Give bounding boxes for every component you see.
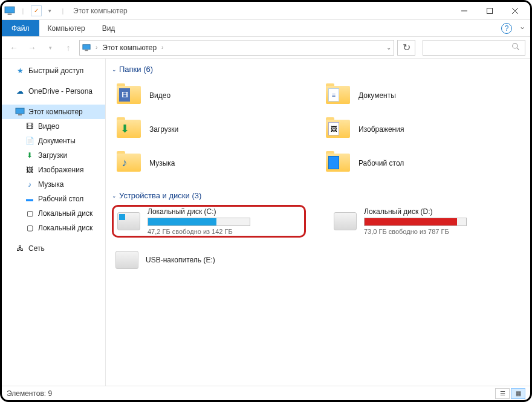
group-header-drives[interactable]: ⌄ Устройства и диски (3): [112, 189, 524, 205]
drive-info: Локальный диск (D:)73,0 ГБ свободно из 7…: [364, 207, 521, 235]
search-input[interactable]: [423, 40, 525, 56]
drive-item[interactable]: USB-накопитель (E:): [112, 244, 306, 276]
drive-icon: [334, 212, 357, 230]
drive-item[interactable]: Локальный диск (C:)47,2 ГБ свободно из 1…: [112, 205, 306, 238]
refresh-button[interactable]: ↻: [397, 40, 415, 56]
cloud-icon: ☁: [15, 86, 25, 96]
chevron-down-icon: ⌄: [112, 66, 117, 73]
app-icon: [4, 5, 15, 16]
folder-label: Загрузки: [149, 125, 178, 134]
sidebar-item-local-disk-c[interactable]: ▢Локальный диск: [2, 206, 105, 221]
status-bar: Элементов: 9 ☰ ▦: [2, 386, 530, 400]
folder-downloads[interactable]: ⬇ Загрузки: [112, 112, 315, 146]
star-icon: ★: [15, 66, 25, 76]
group-header-folders[interactable]: ⌄ Папки (6): [112, 62, 524, 79]
file-tab[interactable]: Файл: [2, 20, 39, 36]
drive-name: Локальный диск (C:): [148, 207, 300, 216]
drive-icon: ▢: [25, 209, 34, 218]
sidebar-label: Локальный диск: [38, 209, 92, 218]
svg-rect-1: [8, 13, 12, 15]
group-title: Устройства и диски (3): [119, 191, 201, 200]
folder-desktop[interactable]: Рабочий стол: [321, 146, 524, 180]
drive-name: Локальный диск (D:): [364, 207, 521, 216]
sidebar-label: Локальный диск: [38, 224, 92, 232]
sidebar-item-pictures[interactable]: 🖼Изображения: [2, 163, 105, 177]
music-icon: ♪: [25, 180, 34, 189]
folder-videos[interactable]: 🎞 Видео: [112, 79, 315, 112]
quick-access-toolbar: | ✓ ▾ |: [4, 5, 68, 16]
sidebar-item-music[interactable]: ♪Музыка: [2, 177, 105, 192]
maximize-button[interactable]: [477, 2, 502, 19]
content-pane: ⌄ Папки (6) 🎞 Видео ≡ Документы ⬇ Загруз…: [106, 59, 530, 386]
ribbon-tab-computer[interactable]: Компьютер: [39, 20, 94, 36]
picture-icon: 🖼: [25, 165, 34, 175]
address-dropdown-icon[interactable]: ⌄: [386, 44, 391, 51]
folder-icon: [325, 151, 352, 175]
ribbon: Файл Компьютер Вид ⌄ ?: [2, 20, 530, 37]
monitor-icon: [15, 107, 25, 117]
folder-icon: ≡: [325, 83, 352, 108]
sidebar-label: Загрузки: [38, 151, 67, 160]
capacity-bar: [148, 218, 250, 226]
sidebar-item-onedrive[interactable]: ☁ OneDrive - Persona: [2, 84, 105, 99]
folder-music[interactable]: ♪ Музыка: [112, 146, 315, 180]
sidebar-item-this-pc[interactable]: Этот компьютер: [2, 105, 105, 119]
navigation-bar: ← → ▾ ↑ › Этот компьютер › ⌄ ↻: [2, 37, 530, 59]
desktop-icon: ▬: [25, 194, 34, 204]
folder-documents[interactable]: ≡ Документы: [321, 79, 524, 112]
svg-rect-7: [85, 50, 88, 51]
search-icon: [512, 42, 520, 53]
minimize-button[interactable]: [452, 2, 477, 19]
folder-label: Видео: [149, 91, 170, 100]
drive-item[interactable]: Локальный диск (D:)73,0 ГБ свободно из 7…: [330, 205, 524, 238]
view-details-button[interactable]: ☰: [495, 388, 510, 399]
folder-pictures[interactable]: 🖼 Изображения: [321, 112, 524, 146]
view-toggle: ☰ ▦: [495, 388, 525, 399]
sidebar-item-desktop[interactable]: ▬Рабочий стол: [2, 192, 105, 206]
nav-back-button[interactable]: ←: [7, 41, 21, 55]
qat-separator-icon: |: [18, 5, 28, 16]
sidebar-item-downloads[interactable]: ⬇Загрузки: [2, 148, 105, 163]
document-icon: 📄: [25, 136, 34, 146]
nav-up-button[interactable]: ↑: [61, 41, 76, 55]
nav-history-dropdown[interactable]: ▾: [43, 41, 57, 55]
sidebar-label: Документы: [38, 137, 76, 145]
drive-free-text: 73,0 ГБ свободно из 787 ГБ: [364, 228, 521, 235]
drive-icon: [117, 212, 140, 230]
sidebar-item-local-disk-d[interactable]: ▢Локальный диск: [2, 221, 105, 235]
drive-icon: [115, 251, 138, 269]
sidebar-item-videos[interactable]: 🎞Видео: [2, 119, 105, 134]
drive-name: USB-накопитель (E:): [146, 256, 302, 264]
sidebar-item-quick-access[interactable]: ★ Быстрый доступ: [2, 63, 105, 78]
sidebar-item-documents[interactable]: 📄Документы: [2, 134, 105, 148]
capacity-bar: [364, 218, 467, 226]
address-bar[interactable]: › Этот компьютер › ⌄: [79, 40, 394, 56]
qat-dropdown-icon[interactable]: ▾: [44, 5, 55, 16]
sidebar-label: Сеть: [28, 244, 45, 253]
navigation-pane: ★ Быстрый доступ ☁ OneDrive - Persona Эт…: [2, 59, 106, 386]
folder-icon: 🎞: [115, 83, 143, 108]
ribbon-tab-view[interactable]: Вид: [94, 20, 124, 36]
folder-label: Музыка: [149, 159, 175, 167]
svg-rect-11: [18, 114, 22, 115]
close-button[interactable]: [502, 2, 528, 19]
qat-checkbox-icon[interactable]: ✓: [31, 5, 42, 16]
folder-label: Изображения: [358, 125, 404, 134]
svg-point-8: [513, 43, 517, 48]
breadcrumb-this-pc[interactable]: Этот компьютер: [102, 44, 157, 52]
svg-rect-6: [83, 44, 90, 49]
help-icon[interactable]: ?: [501, 23, 512, 34]
sidebar-item-network[interactable]: 🖧 Сеть: [2, 241, 105, 256]
nav-forward-button[interactable]: →: [25, 41, 39, 55]
window-title: Этот компьютер: [73, 7, 128, 15]
drive-icon: ▢: [25, 223, 34, 233]
ribbon-expand-icon[interactable]: ⌄: [519, 22, 525, 31]
titlebar: | ✓ ▾ | Этот компьютер: [2, 2, 530, 20]
sidebar-label: Быстрый доступ: [28, 66, 83, 75]
sidebar-label: Видео: [38, 122, 59, 131]
qat-separator-icon: |: [57, 5, 68, 16]
view-large-icons-button[interactable]: ▦: [511, 388, 525, 399]
breadcrumb-chevron-icon[interactable]: ›: [159, 44, 166, 51]
folder-label: Документы: [358, 91, 396, 100]
drive-free-text: 47,2 ГБ свободно из 142 ГБ: [148, 228, 300, 235]
